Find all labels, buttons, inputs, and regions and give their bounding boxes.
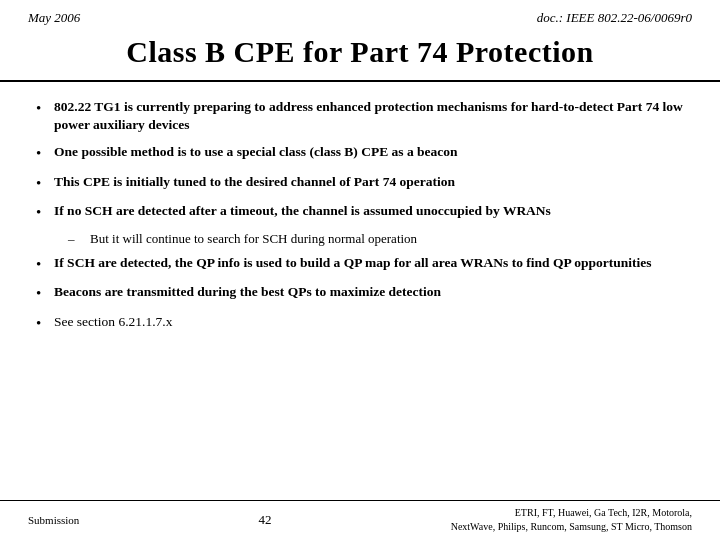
sub-bullet-marker: – <box>68 231 90 247</box>
header-right: doc.: IEEE 802.22-06/0069r0 <box>537 10 692 26</box>
bullet-text: One possible method is to use a special … <box>54 143 684 161</box>
list-item: • This CPE is initially tuned to the des… <box>36 173 684 193</box>
footer-center: 42 <box>259 512 272 528</box>
footer: Submission 42 ETRI, FT, Huawei, Ga Tech,… <box>0 500 720 540</box>
title-section: Class B CPE for Part 74 Protection <box>0 30 720 82</box>
bullet-text: This CPE is initially tuned to the desir… <box>54 173 684 191</box>
list-item: • 802.22 TG1 is currently preparing to a… <box>36 98 684 134</box>
list-item: • If no SCH are detected after a timeout… <box>36 202 684 222</box>
bullet-marker: • <box>36 173 54 193</box>
page: May 2006 doc.: IEEE 802.22-06/0069r0 Cla… <box>0 0 720 540</box>
bullet-marker: • <box>36 98 54 118</box>
bullet-text: If no SCH are detected after a timeout, … <box>54 202 684 220</box>
list-item: • If SCH are detected, the QP info is us… <box>36 254 684 274</box>
list-item: • Beacons are transmitted during the bes… <box>36 283 684 303</box>
bullet-text: 802.22 TG1 is currently preparing to add… <box>54 98 684 134</box>
bullet-list: • 802.22 TG1 is currently preparing to a… <box>36 98 684 222</box>
bullet-text: Beacons are transmitted during the best … <box>54 283 684 301</box>
bullet-marker: • <box>36 283 54 303</box>
footer-left: Submission <box>28 514 79 526</box>
sub-bullet: – But it will continue to search for SCH… <box>68 231 684 247</box>
bullet-marker: • <box>36 313 54 333</box>
bullet-marker: • <box>36 254 54 274</box>
list-item: • See section 6.21.1.7.x <box>36 313 684 333</box>
header: May 2006 doc.: IEEE 802.22-06/0069r0 <box>0 0 720 30</box>
bullet-list-2: • If SCH are detected, the QP info is us… <box>36 254 684 333</box>
header-left: May 2006 <box>28 10 80 26</box>
content: • 802.22 TG1 is currently preparing to a… <box>0 82 720 500</box>
footer-right: ETRI, FT, Huawei, Ga Tech, I2R, Motorola… <box>451 506 692 534</box>
sub-bullet-text: But it will continue to search for SCH d… <box>90 231 417 247</box>
bullet-text: If SCH are detected, the QP info is used… <box>54 254 684 272</box>
bullet-marker: • <box>36 202 54 222</box>
list-item: • One possible method is to use a specia… <box>36 143 684 163</box>
bullet-text: See section 6.21.1.7.x <box>54 313 684 331</box>
bullet-marker: • <box>36 143 54 163</box>
page-title: Class B CPE for Part 74 Protection <box>28 34 692 70</box>
